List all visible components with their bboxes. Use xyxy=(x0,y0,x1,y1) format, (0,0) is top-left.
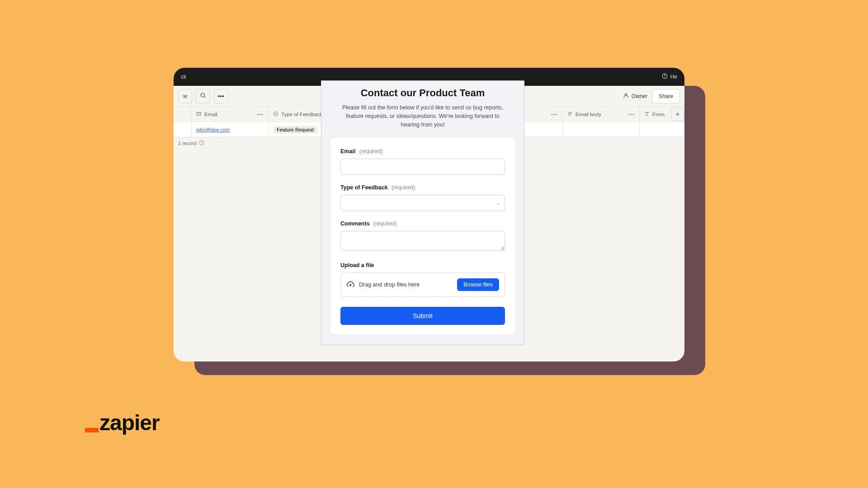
svg-point-13 xyxy=(202,144,202,144)
svg-point-6 xyxy=(274,112,278,116)
svg-point-1 xyxy=(665,77,665,78)
mail-icon xyxy=(196,111,202,117)
modal-description: Please fill out the form below if you'd … xyxy=(340,103,506,129)
chevron-down-icon: ⌄ xyxy=(496,201,500,206)
cell-email[interactable]: john@doe.com xyxy=(192,122,269,137)
comments-label: Comments xyxy=(340,221,370,227)
owner-label: Owner xyxy=(632,93,647,99)
field-upload: Upload a file Drag and drop files here B… xyxy=(340,261,505,297)
search-icon xyxy=(200,92,206,100)
browse-files-button[interactable]: Browse files xyxy=(457,278,499,291)
column-menu-icon[interactable]: ••• xyxy=(628,112,635,117)
plus-icon: + xyxy=(675,110,679,118)
modal-title: Contact our Product Team xyxy=(340,87,506,99)
ellipsis-icon: ••• xyxy=(217,93,224,100)
svg-point-4 xyxy=(625,94,627,95)
form-card: Email (required) Type of Feedback (requi… xyxy=(330,138,515,334)
owner-indicator[interactable]: Owner xyxy=(623,93,647,100)
add-column-button[interactable]: + xyxy=(671,108,684,121)
svg-point-2 xyxy=(201,93,204,97)
email-label: Email xyxy=(340,148,355,155)
email-link[interactable]: john@doe.com xyxy=(196,127,230,132)
cell-from[interactable] xyxy=(640,122,669,137)
zapier-logo: zapier xyxy=(85,410,160,435)
type-icon xyxy=(644,111,650,117)
comments-input[interactable] xyxy=(340,231,505,251)
comments-required: (required) xyxy=(373,221,397,227)
type-select[interactable]: ⌄ xyxy=(340,195,505,211)
column-from-label: From xyxy=(652,112,665,117)
type-required: (required) xyxy=(392,184,415,191)
person-icon xyxy=(623,93,629,100)
column-body[interactable]: Email body ••• xyxy=(563,107,640,122)
share-button[interactable]: Share xyxy=(652,89,680,103)
row-handle[interactable] xyxy=(174,122,192,137)
svg-line-3 xyxy=(204,96,205,98)
type-label: Type of Feedback xyxy=(340,184,388,191)
file-drop-zone[interactable]: Drag and drop files here Browse files xyxy=(340,272,505,297)
text-icon xyxy=(567,111,573,117)
column-menu-icon[interactable]: ••• xyxy=(257,112,264,117)
zapier-underscore-icon xyxy=(85,428,99,432)
modal-header: Contact our Product Team Please fill out… xyxy=(321,81,524,138)
email-required: (required) xyxy=(359,148,383,155)
more-button[interactable]: ••• xyxy=(214,89,228,103)
column-type-label: Type of Feedback xyxy=(281,112,322,117)
column-body-label: Email body xyxy=(576,112,601,117)
zapier-wordmark: zapier xyxy=(99,410,160,435)
view-button[interactable]: w xyxy=(178,89,192,103)
titlebar-left-text: ck xyxy=(181,74,186,80)
help-icon[interactable] xyxy=(662,73,668,80)
row-select-header[interactable] xyxy=(174,107,192,122)
field-type: Type of Feedback (required) ⌄ xyxy=(340,183,505,211)
drop-text: Drag and drop files here xyxy=(359,282,420,288)
email-input[interactable] xyxy=(340,159,505,175)
column-menu-icon[interactable]: ••• xyxy=(551,112,558,117)
submit-button[interactable]: Submit xyxy=(340,307,505,325)
cloud-upload-icon xyxy=(346,280,354,290)
column-email[interactable]: Email ••• xyxy=(192,107,269,122)
contact-form-modal: Contact our Product Team Please fill out… xyxy=(321,80,524,345)
column-email-label: Email xyxy=(204,112,217,117)
info-icon[interactable] xyxy=(199,140,204,146)
record-count: 1 record xyxy=(178,141,196,146)
field-email: Email (required) xyxy=(340,147,505,175)
view-label: w xyxy=(183,93,187,99)
cell-body[interactable] xyxy=(563,122,640,137)
upload-label: Upload a file xyxy=(340,262,374,268)
tag-icon xyxy=(273,111,278,117)
field-comments: Comments (required) xyxy=(340,219,505,253)
help-label[interactable]: He xyxy=(670,74,677,80)
column-from[interactable]: From xyxy=(640,107,669,122)
type-tag: Feature Request xyxy=(273,126,317,133)
search-button[interactable] xyxy=(196,89,210,103)
